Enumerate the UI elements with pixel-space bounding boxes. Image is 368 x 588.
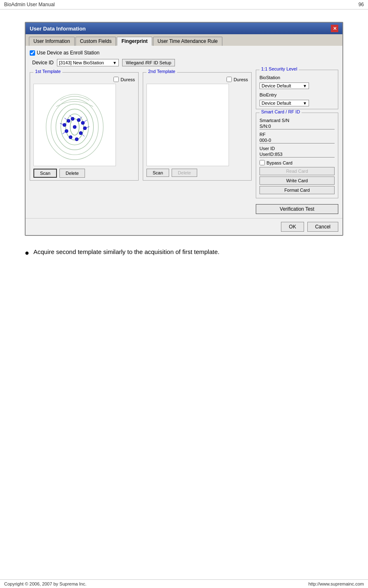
use-device-label: Use Device as Enroll Station — [37, 50, 99, 56]
dialog-title: User Data Information — [30, 26, 86, 32]
first-template-section: 1st Template Duress — [30, 72, 139, 181]
templates-row: 1st Template Duress — [30, 72, 252, 181]
second-duress-row: Duress — [146, 77, 248, 82]
security-section: 1:1 Security Level BioStation Device Def… — [256, 70, 338, 109]
first-template-buttons: Scan Delete — [33, 169, 135, 178]
page-footer: Copyright © 2006, 2007 by Suprema Inc. h… — [0, 579, 368, 588]
fingerprint-image — [33, 84, 116, 166]
first-scan-button[interactable]: Scan — [33, 169, 57, 178]
tab-fingerprint[interactable]: Fingerprint — [117, 37, 152, 46]
second-template-buttons: Scan Delete — [146, 169, 248, 177]
ok-button[interactable]: OK — [281, 222, 304, 232]
dialog-titlebar: User Data Information ✕ — [26, 23, 342, 34]
second-template-section: 2nd Template Duress Scan Delete — [143, 72, 252, 181]
bioentry-select[interactable]: Device Default ▼ — [259, 100, 309, 106]
user-id-label: User ID — [259, 146, 335, 151]
header-right: 96 — [359, 2, 364, 7]
second-scan-button[interactable]: Scan — [146, 169, 169, 177]
read-card-button[interactable]: Read Card — [259, 167, 335, 175]
right-panel: 1:1 Security Level BioStation Device Def… — [256, 70, 338, 214]
tabs-row: User Information Custom Fields Fingerpri… — [26, 34, 342, 46]
dialog: User Data Information ✕ User Information… — [25, 22, 343, 236]
dialog-close-button[interactable]: ✕ — [331, 25, 338, 32]
first-duress-checkbox[interactable] — [113, 77, 119, 82]
first-delete-button[interactable]: Delete — [59, 169, 85, 178]
write-card-button[interactable]: Write Card — [259, 176, 335, 185]
biostation-select[interactable]: Device Default ▼ — [259, 82, 309, 89]
wiegand-setup-button[interactable]: Wiegand /RF ID Setup — [122, 59, 175, 66]
svg-point-14 — [69, 136, 72, 139]
user-id-field: User ID UserID:853 — [259, 146, 335, 158]
second-duress-checkbox[interactable] — [226, 77, 232, 82]
templates-panel: 1st Template Duress — [30, 70, 252, 214]
footer-right: http://www.supremainc.com — [309, 581, 364, 586]
user-id-value: UserID:853 — [259, 151, 335, 158]
second-template-title: 2nd Template — [146, 69, 177, 74]
bioentry-arrow-icon: ▼ — [303, 101, 307, 106]
first-template-title: 1st Template — [33, 69, 62, 74]
first-duress-row: Duress — [33, 77, 135, 82]
smart-card-label: Smart Card / RF ID — [259, 109, 302, 114]
tab-user-information[interactable]: User Information — [29, 37, 75, 46]
page-header: BioAdmin User Manual 96 — [0, 0, 368, 9]
biostation-arrow-icon: ▼ — [303, 84, 307, 88]
bypass-card-label: Bypass Card — [267, 160, 293, 165]
second-fingerprint-canvas — [146, 84, 229, 166]
select-arrow-icon: ▼ — [113, 61, 117, 65]
cancel-button[interactable]: Cancel — [307, 222, 338, 232]
rf-value: 000-0 — [259, 137, 335, 143]
smartcard-sn-field: Smartcard S/N S/N:0 — [259, 118, 335, 129]
main-area: 1st Template Duress — [30, 70, 338, 214]
first-duress-label: Duress — [120, 77, 135, 82]
tab-user-time-attendance[interactable]: User Time Attendance Rule — [153, 37, 222, 46]
dialog-footer: OK Cancel — [26, 218, 342, 235]
bioentry-row: BioEntry — [259, 92, 335, 97]
bullet-text: Acquire second template similarly to the… — [33, 248, 219, 255]
biostation-row: BioStation — [259, 75, 335, 80]
header-left: BioAdmin User Manual — [4, 2, 55, 7]
bypass-card-row: Bypass Card — [259, 160, 335, 165]
svg-point-16 — [73, 125, 76, 129]
use-device-row: Use Device as Enroll Station — [30, 50, 338, 56]
device-id-select[interactable]: [3143] New BioStation ▼ — [57, 59, 119, 66]
smartcard-sn-value: S/N:0 — [259, 123, 335, 129]
smartcard-sn-label: Smartcard S/N — [259, 118, 335, 123]
device-id-row: Device ID [3143] New BioStation ▼ Wiegan… — [30, 59, 338, 66]
format-card-button[interactable]: Format Card — [259, 186, 335, 194]
bioentry-label: BioEntry — [259, 92, 277, 97]
svg-point-15 — [75, 138, 78, 141]
biostation-label: BioStation — [259, 75, 280, 80]
use-device-checkbox[interactable] — [30, 50, 35, 56]
second-duress-label: Duress — [234, 77, 248, 82]
fingerprint-svg — [34, 84, 116, 166]
verification-test-button[interactable]: Verification Test — [256, 204, 338, 214]
footer-left: Copyright © 2006, 2007 by Suprema Inc. — [4, 581, 87, 586]
security-section-label: 1:1 Security Level — [259, 66, 299, 71]
dialog-body: Use Device as Enroll Station Device ID [… — [26, 46, 342, 218]
device-id-label: Device ID — [32, 60, 54, 66]
smart-card-section: Smart Card / RF ID Smartcard S/N S/N:0 R… — [256, 113, 338, 198]
bypass-card-checkbox[interactable] — [259, 160, 265, 165]
second-delete-button[interactable]: Delete — [172, 169, 197, 177]
bullet-section: ● Acquire second template similarly to t… — [25, 248, 343, 258]
rf-field: RF 000-0 — [259, 132, 335, 143]
rf-label: RF — [259, 132, 335, 137]
bullet-icon: ● — [25, 248, 29, 258]
tab-custom-fields[interactable]: Custom Fields — [75, 37, 116, 46]
